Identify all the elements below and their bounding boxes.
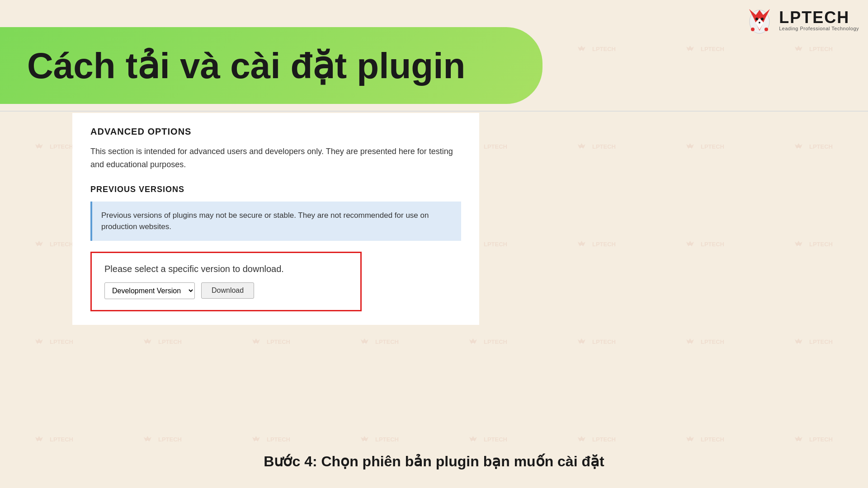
version-selector-box: Please select a specific version to down… [90, 252, 362, 311]
lptech-logo-icon [744, 5, 775, 36]
watermark-item: LPTECH [651, 390, 760, 488]
watermark-item: LPTECH [108, 390, 217, 488]
watermark-item: LPTECH [326, 390, 434, 488]
warning-box: Previous versions of plugins may not be … [90, 202, 461, 241]
logo-brand-text: LPTECH [779, 9, 859, 26]
watermark-item: LPTECH [760, 390, 868, 488]
watermark-item: LPTECH [434, 390, 542, 488]
title-text: Cách tải và cài đặt plugin [27, 45, 465, 87]
svg-point-4 [751, 28, 755, 31]
bottom-caption-text: Bước 4: Chọn phiên bản plugin bạn muốn c… [264, 453, 604, 469]
version-prompt-text: Please select a specific version to down… [104, 264, 348, 274]
watermark-item: LPTECH [542, 195, 651, 293]
title-banner: Cách tải và cài đặt plugin [0, 27, 542, 104]
download-button[interactable]: Download [201, 282, 254, 299]
bottom-caption: Bước 4: Chọn phiên bản plugin bạn muốn c… [0, 453, 868, 470]
watermark-item: LPTECH [542, 293, 651, 390]
logo-text-container: LPTECH Leading Professional Technology [779, 9, 859, 31]
watermark-item: LPTECH [542, 0, 651, 98]
logo-subtext: Leading Professional Technology [779, 26, 859, 31]
warning-text: Previous versions of plugins may not be … [101, 211, 429, 231]
divider-line [0, 111, 868, 112]
watermark-item: LPTECH [760, 293, 868, 390]
main-content-card: ADVANCED OPTIONS This section is intende… [72, 113, 479, 325]
watermark-item: LPTECH [651, 195, 760, 293]
svg-point-1 [755, 18, 758, 20]
advanced-options-heading: ADVANCED OPTIONS [90, 127, 461, 137]
version-select[interactable]: Development Version Stable Version Beta … [104, 282, 195, 299]
watermark-item: LPTECH [651, 98, 760, 195]
top-logo: LPTECH Leading Professional Technology [744, 5, 859, 36]
watermark-item: LPTECH [760, 195, 868, 293]
watermark-item: LPTECH [651, 293, 760, 390]
svg-point-2 [761, 18, 764, 20]
previous-versions-heading: PREVIOUS VERSIONS [90, 185, 461, 194]
watermark-item: LPTECH [217, 390, 326, 488]
watermark-item: LPTECH [760, 98, 868, 195]
advanced-options-description: This section is intended for advanced us… [90, 145, 461, 171]
watermark-item: LPTECH [0, 390, 108, 488]
version-controls: Development Version Stable Version Beta … [104, 282, 348, 299]
svg-point-3 [759, 22, 760, 23]
watermark-item: LPTECH [651, 0, 760, 98]
watermark-item: LPTECH [542, 390, 651, 488]
svg-point-5 [764, 28, 768, 31]
watermark-item: LPTECH [542, 98, 651, 195]
